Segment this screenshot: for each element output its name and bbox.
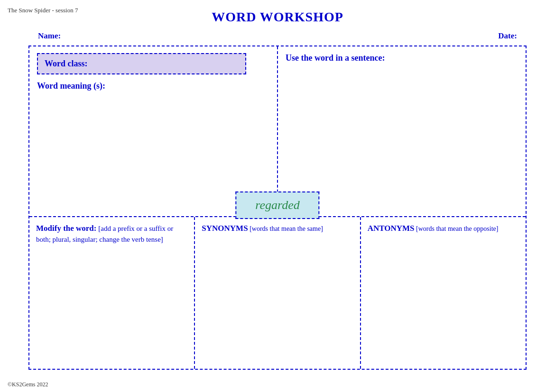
antonyms-description: [words that mean the opposite] bbox=[415, 225, 499, 232]
top-left-panel: Word class: Word meaning (s): bbox=[29, 46, 278, 216]
date-label: Date: bbox=[498, 31, 517, 41]
antonyms-panel: ANTONYMS [words that mean the opposite] bbox=[361, 217, 526, 369]
antonyms-label: ANTONYMS [words that mean the opposite] bbox=[368, 223, 519, 234]
name-label: Name: bbox=[38, 31, 61, 41]
modify-panel: Modify the word: [add a prefix or a suff… bbox=[29, 217, 195, 369]
word-class-box: Word class: bbox=[37, 53, 246, 74]
page-title: WORD WORKSHOP bbox=[19, 5, 536, 27]
synonyms-panel: SYNONYMS [words that mean the same] bbox=[195, 217, 361, 369]
synonyms-bold: SYNONYMS bbox=[202, 224, 248, 233]
word-class-label: Word class: bbox=[45, 59, 88, 68]
main-grid: Word class: Word meaning (s): Use the wo… bbox=[28, 46, 527, 370]
synonyms-label: SYNONYMS [words that mean the same] bbox=[202, 223, 353, 234]
footer-copyright: ©KS2Gems 2022 bbox=[8, 381, 48, 388]
modify-label: Modify the word: [add a prefix or a suff… bbox=[36, 223, 187, 245]
use-sentence-label: Use the word in a sentence: bbox=[286, 53, 518, 63]
center-word-box: regarded bbox=[235, 191, 319, 219]
bottom-row: Modify the word: [add a prefix or a suff… bbox=[29, 217, 526, 369]
synonyms-description: [words that mean the same] bbox=[248, 225, 323, 232]
session-label: The Snow Spider - session 7 bbox=[8, 7, 78, 14]
modify-bold: Modify the word: bbox=[36, 224, 96, 233]
antonyms-bold: ANTONYMS bbox=[368, 224, 415, 233]
word-meaning-label: Word meaning (s): bbox=[37, 81, 269, 91]
top-right-panel: Use the word in a sentence: bbox=[278, 46, 526, 216]
